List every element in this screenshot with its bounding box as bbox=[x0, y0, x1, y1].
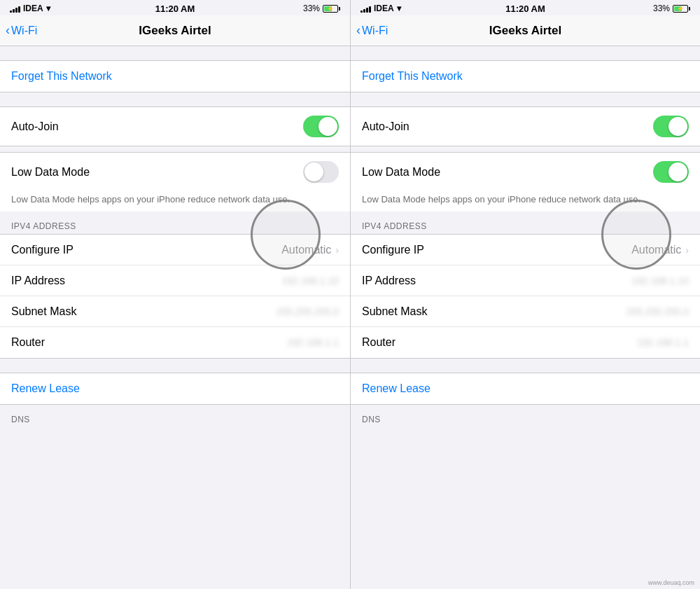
low-data-section-left: Low Data Mode Low Data Mode helps apps o… bbox=[0, 152, 350, 212]
configure-ip-chevron-right: › bbox=[685, 244, 689, 256]
dns-header-left: DNS bbox=[0, 405, 350, 427]
subnet-mask-value-right: 255.255.255.0 bbox=[626, 306, 689, 317]
back-button-right[interactable]: ‹ Wi-Fi bbox=[356, 24, 388, 38]
signal-icon bbox=[10, 4, 20, 13]
autojoin-knob-left bbox=[318, 117, 337, 136]
time-label-right: 11:20 AM bbox=[505, 4, 545, 14]
subnet-mask-value-left: 255.255.255.0 bbox=[276, 306, 339, 317]
renew-lease-label-left: Renew Lease bbox=[11, 382, 80, 395]
forget-network-item-left[interactable]: Forget This Network bbox=[0, 61, 350, 92]
renew-lease-label-right: Renew Lease bbox=[362, 382, 430, 395]
low-data-knob-left bbox=[304, 162, 323, 181]
watermark: www.deuaq.com bbox=[648, 579, 694, 586]
forget-network-label-left: Forget This Network bbox=[11, 70, 112, 83]
battery-icon: ⚡ bbox=[323, 5, 340, 13]
forget-network-label-right: Forget This Network bbox=[362, 70, 463, 83]
gap4-left bbox=[0, 359, 350, 373]
router-label-right: Router bbox=[362, 336, 396, 349]
configure-ip-label-left: Configure IP bbox=[11, 244, 74, 256]
status-bar-right: IDEA ▾ 11:20 AM 33% ⚡ bbox=[351, 0, 700, 15]
battery-percent-right: 33% bbox=[653, 4, 670, 13]
low-data-desc-right: Low Data Mode helps apps on your iPhone … bbox=[351, 191, 700, 212]
configure-ip-value-left: Automatic › bbox=[281, 244, 339, 256]
gap2-right bbox=[351, 92, 700, 106]
battery-icon-right: ⚡ bbox=[673, 5, 690, 13]
right-panel: IDEA ▾ 11:20 AM 33% ⚡ ‹ Wi-Fi IGeeks Air… bbox=[350, 0, 700, 589]
back-label-right: Wi-Fi bbox=[362, 25, 388, 37]
carrier-label-right: IDEA bbox=[374, 4, 394, 13]
autojoin-section-left: Auto-Join bbox=[0, 106, 350, 146]
back-chevron-icon-right: ‹ bbox=[356, 23, 360, 38]
router-item-right: Router 192.168.1.1 bbox=[351, 327, 700, 358]
gap3-left bbox=[0, 146, 350, 152]
dns-header-right: DNS bbox=[351, 405, 700, 427]
ip-address-value-right: 192.168.1.10 bbox=[631, 275, 689, 286]
router-value-right: 192.168.1.1 bbox=[637, 337, 689, 348]
wifi-icon: ▾ bbox=[46, 4, 50, 13]
renew-lease-item-left[interactable]: Renew Lease bbox=[0, 373, 350, 404]
status-right-right: 33% ⚡ bbox=[653, 4, 690, 13]
low-data-label-right: Low Data Mode bbox=[362, 166, 440, 179]
ip-address-item-left: IP Address 192.168.1.10 bbox=[0, 265, 350, 296]
subnet-mask-item-left: Subnet Mask 255.255.255.0 bbox=[0, 296, 350, 327]
back-button-left[interactable]: ‹ Wi-Fi bbox=[6, 24, 37, 38]
router-label-left: Router bbox=[11, 336, 45, 349]
gap1-right bbox=[351, 46, 700, 60]
ipv4-header-right: IPV4 ADDRESS bbox=[351, 212, 700, 234]
status-left-right: IDEA ▾ bbox=[360, 4, 401, 13]
nav-bar-left: ‹ Wi-Fi IGeeks Airtel bbox=[0, 15, 350, 46]
gap3-right bbox=[351, 146, 700, 152]
configure-ip-chevron-left: › bbox=[335, 244, 339, 256]
back-chevron-icon: ‹ bbox=[6, 23, 10, 38]
configure-ip-label-right: Configure IP bbox=[362, 244, 424, 256]
ipv4-section-right: Configure IP Automatic › IP Address 192.… bbox=[351, 234, 700, 359]
router-value-left: 192.168.1.1 bbox=[287, 337, 339, 348]
battery-percent: 33% bbox=[303, 4, 320, 13]
configure-ip-value-right: Automatic › bbox=[631, 244, 689, 256]
nav-title-right: IGeeks Airtel bbox=[489, 24, 561, 38]
ipv4-header-left: IPV4 ADDRESS bbox=[0, 212, 350, 234]
gap2-left bbox=[0, 92, 350, 106]
autojoin-label-left: Auto-Join bbox=[11, 120, 59, 133]
low-data-desc-left: Low Data Mode helps apps on your iPhone … bbox=[0, 191, 350, 212]
autojoin-label-right: Auto-Join bbox=[362, 120, 410, 133]
gap4-right bbox=[351, 359, 700, 373]
gap1-left bbox=[0, 46, 350, 60]
autojoin-toggle-left[interactable] bbox=[303, 116, 339, 137]
renew-lease-item-right[interactable]: Renew Lease bbox=[351, 373, 700, 404]
status-bar-left: IDEA ▾ 11:20 AM 33% ⚡ bbox=[0, 0, 350, 15]
autojoin-toggle-right[interactable] bbox=[653, 116, 689, 137]
low-data-section-right: Low Data Mode Low Data Mode helps apps o… bbox=[351, 152, 700, 212]
subnet-mask-label-left: Subnet Mask bbox=[11, 305, 76, 318]
wifi-icon-right: ▾ bbox=[397, 4, 401, 13]
low-data-row-right: Low Data Mode bbox=[351, 153, 700, 191]
subnet-mask-item-right: Subnet Mask 255.255.255.0 bbox=[351, 296, 700, 327]
forget-section-right: Forget This Network bbox=[351, 60, 700, 92]
low-data-row-left: Low Data Mode bbox=[0, 153, 350, 191]
low-data-toggle-left[interactable] bbox=[303, 161, 339, 183]
forget-network-item-right[interactable]: Forget This Network bbox=[351, 61, 700, 92]
status-left: IDEA ▾ bbox=[10, 4, 50, 13]
ip-address-item-right: IP Address 192.168.1.10 bbox=[351, 265, 700, 296]
nav-bar-right: ‹ Wi-Fi IGeeks Airtel bbox=[351, 15, 700, 46]
left-panel: IDEA ▾ 11:20 AM 33% ⚡ ‹ Wi-Fi IGeeks Air… bbox=[0, 0, 350, 589]
ip-address-value-left: 192.168.1.10 bbox=[281, 275, 339, 286]
back-label-left: Wi-Fi bbox=[11, 25, 37, 37]
subnet-mask-label-right: Subnet Mask bbox=[362, 305, 427, 318]
status-right: 33% ⚡ bbox=[303, 4, 340, 13]
configure-ip-item-right[interactable]: Configure IP Automatic › bbox=[351, 235, 700, 265]
autojoin-knob-right bbox=[668, 117, 687, 136]
autojoin-item-left: Auto-Join bbox=[0, 107, 350, 146]
low-data-label-left: Low Data Mode bbox=[11, 166, 90, 179]
time-label: 11:20 AM bbox=[155, 4, 195, 14]
low-data-toggle-right[interactable] bbox=[653, 161, 689, 183]
autojoin-item-right: Auto-Join bbox=[351, 107, 700, 146]
low-data-knob-right bbox=[668, 162, 687, 181]
ip-address-label-left: IP Address bbox=[11, 275, 65, 287]
nav-title-left: IGeeks Airtel bbox=[139, 24, 211, 38]
renew-section-right: Renew Lease bbox=[351, 373, 700, 405]
configure-ip-item-left[interactable]: Configure IP Automatic › bbox=[0, 235, 350, 265]
ipv4-section-left: Configure IP Automatic › IP Address 192.… bbox=[0, 234, 350, 359]
signal-icon-right bbox=[360, 4, 371, 13]
autojoin-section-right: Auto-Join bbox=[351, 106, 700, 146]
